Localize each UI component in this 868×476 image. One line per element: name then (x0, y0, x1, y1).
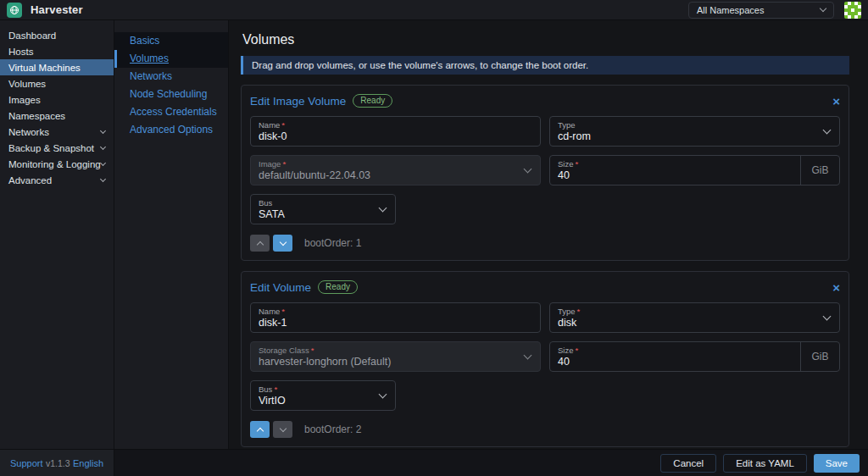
page-title: Volumes (242, 32, 849, 47)
required-asterisk: * (274, 385, 277, 394)
namespace-selector-value: All Namespaces (697, 5, 764, 15)
footer: Support v1.1.3 English Cancel Edit as YA… (0, 449, 868, 476)
banner-text: Drag and drop volumes, or use the volume… (252, 60, 588, 70)
field-label: Size (558, 346, 573, 355)
sidebar-item-namespaces[interactable]: Namespaces (0, 108, 114, 124)
arrow-up-icon (256, 241, 263, 247)
field-label: Type (558, 307, 576, 316)
image-select[interactable]: Image* default/ubuntu-22.04.03 (250, 155, 541, 185)
user-avatar[interactable] (844, 2, 861, 19)
chevron-down-icon (100, 128, 106, 134)
volume-card-disk-1: Edit Volume Ready × Name* disk-1 Type* d… (241, 271, 849, 447)
app-title: Harvester (31, 3, 83, 16)
sidebar-item-backup-snapshot[interactable]: Backup & Snapshot (0, 140, 114, 156)
sidebar-item-virtual-machines[interactable]: Virtual Machines (0, 59, 114, 75)
sidebar-item-label: Hosts (8, 47, 33, 57)
field-label: Bus (259, 198, 272, 208)
required-asterisk: * (575, 346, 578, 355)
move-up-button[interactable] (250, 235, 270, 252)
sidebar-item-images[interactable]: Images (0, 91, 114, 108)
type-select[interactable]: Type cd-rom (549, 116, 840, 147)
storage-class-select[interactable]: Storage Class* harvester-longhorn (Defau… (250, 341, 541, 372)
sidebar-item-label: Volumes (8, 79, 46, 89)
bus-select[interactable]: Bus SATA (250, 194, 396, 224)
identicon (844, 2, 861, 19)
tab-node-scheduling[interactable]: Node Scheduling (114, 86, 228, 103)
field-label: Name (259, 120, 280, 130)
field-label: Bus (259, 385, 272, 394)
status-badge: Ready (318, 280, 358, 294)
language-link[interactable]: English (73, 458, 103, 468)
sidebar-item-advanced[interactable]: Advanced (0, 172, 114, 188)
size-input[interactable]: Size* 40 GiB (549, 155, 840, 185)
sidebar-item-label: Advanced (8, 175, 52, 185)
size-value: 40 (558, 169, 793, 182)
sidebar-item-label: Images (8, 95, 41, 105)
field-label: Size (558, 159, 573, 169)
name-input[interactable]: Name* disk-1 (250, 302, 541, 333)
footer-actions: Cancel Edit as YAML Save (114, 449, 868, 476)
close-icon[interactable]: × (832, 95, 840, 108)
boot-order-info-banner: Drag and drop volumes, or use the volume… (241, 56, 849, 75)
tab-label: Networks (130, 70, 172, 82)
sidebar-item-label: Networks (8, 127, 49, 137)
sidebar-item-label: Dashboard (8, 30, 56, 41)
image-value: default/ubuntu-22.04.03 (259, 169, 532, 182)
namespace-selector[interactable]: All Namespaces (688, 2, 834, 19)
required-asterisk: * (577, 307, 581, 316)
move-up-button[interactable] (250, 421, 270, 438)
boot-order-label: bootOrder: 1 (304, 237, 361, 249)
sidebar-item-label: Backup & Snapshot (8, 143, 94, 153)
bus-value: VirtIO (259, 395, 387, 407)
required-asterisk: * (575, 159, 578, 169)
tab-networks[interactable]: Networks (114, 68, 228, 86)
sidebar-item-monitoring-logging[interactable]: Monitoring & Logging (0, 156, 114, 172)
tab-label: Node Scheduling (130, 88, 207, 100)
name-input[interactable]: Name* disk-0 (250, 116, 541, 147)
size-value: 40 (558, 356, 793, 368)
sidebar-item-label: Monitoring & Logging (8, 159, 101, 169)
name-value: disk-1 (259, 317, 532, 329)
required-asterisk: * (281, 120, 285, 130)
storage-class-value: harvester-longhorn (Default) (259, 356, 532, 368)
sidebar: Dashboard Hosts Virtual Machines Volumes… (0, 20, 114, 449)
name-value: disk-0 (259, 130, 532, 143)
save-button[interactable]: Save (814, 454, 860, 473)
sidebar-item-hosts[interactable]: Hosts (0, 43, 114, 59)
bus-value: SATA (259, 208, 387, 221)
required-asterisk: * (282, 159, 286, 169)
tab-label: Volumes (130, 53, 169, 64)
tab-volumes[interactable]: Volumes (114, 50, 228, 68)
arrow-up-icon (256, 427, 263, 434)
edit-as-yaml-button[interactable]: Edit as YAML (723, 454, 807, 473)
tab-access-credentials[interactable]: Access Credentials (114, 103, 228, 121)
card-title: Edit Image Volume (250, 95, 346, 108)
vm-edit-tab-nav: Basics Volumes Networks Node Scheduling … (114, 20, 229, 449)
required-asterisk: * (311, 346, 314, 355)
sidebar-item-dashboard[interactable]: Dashboard (0, 27, 114, 43)
sidebar-item-networks[interactable]: Networks (0, 124, 114, 140)
field-label: Image (259, 159, 281, 169)
close-icon[interactable]: × (832, 281, 840, 294)
tab-advanced-options[interactable]: Advanced Options (114, 121, 228, 139)
sidebar-item-volumes[interactable]: Volumes (0, 75, 114, 91)
tab-basics[interactable]: Basics (114, 32, 228, 50)
harvester-logo-icon[interactable] (7, 3, 22, 18)
move-down-button[interactable] (273, 235, 292, 252)
type-select[interactable]: Type* disk (549, 302, 840, 333)
main-content: Volumes Drag and drop volumes, or use th… (229, 20, 868, 449)
bus-select[interactable]: Bus* VirtIO (250, 380, 396, 411)
move-down-button[interactable] (273, 421, 292, 438)
size-input[interactable]: Size* 40 GiB (549, 341, 840, 372)
globe-icon (9, 5, 19, 15)
field-label: Storage Class (259, 346, 309, 355)
size-unit-label: GiB (800, 342, 839, 371)
chevron-down-icon (820, 5, 826, 12)
boot-order-label: bootOrder: 2 (304, 423, 361, 435)
footer-meta: Support v1.1.3 English (0, 449, 114, 476)
support-link[interactable]: Support (10, 458, 43, 468)
card-title: Edit Volume (250, 281, 311, 294)
status-badge: Ready (353, 94, 392, 108)
cancel-button[interactable]: Cancel (660, 454, 716, 473)
chevron-down-icon (100, 160, 106, 166)
